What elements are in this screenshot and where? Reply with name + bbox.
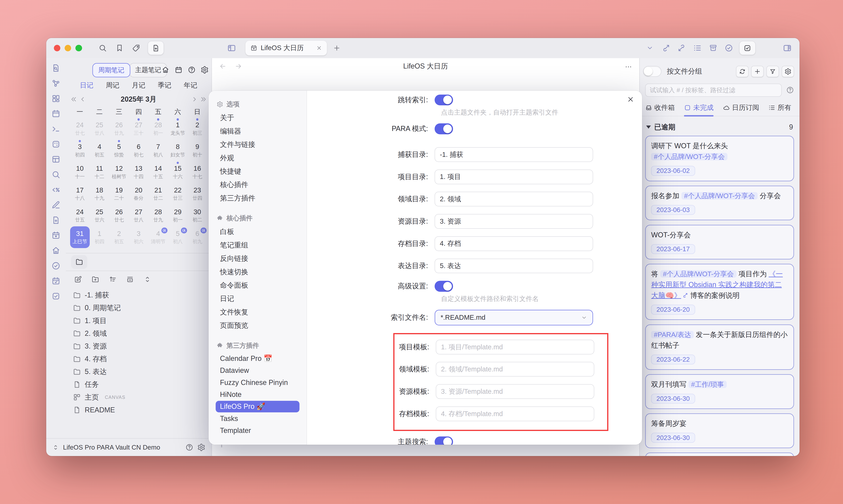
calendar-day[interactable]: 8妇女节 (168, 140, 187, 161)
tree-item[interactable]: 3. 资源 (66, 340, 212, 353)
mode-tab[interactable]: 周期笔记 (92, 63, 130, 77)
calendar-day[interactable]: 3初六 (129, 226, 148, 248)
calendar-day[interactable]: 1龙头节 (168, 118, 187, 140)
calendar-day[interactable]: 12植树节 (109, 161, 129, 183)
setting-input[interactable] (435, 214, 593, 229)
setting-input[interactable] (435, 236, 593, 251)
rail-calendar-check-icon[interactable] (51, 276, 60, 286)
calendar-day[interactable]: 2初五 (109, 226, 129, 248)
task-card[interactable]: 双月刊填写 #工作/琐事2023-06-30 (645, 374, 794, 409)
calendar-home-icon[interactable] (161, 66, 169, 74)
calendar-day[interactable]: 31上巳节 (70, 226, 90, 248)
period-tab[interactable]: 月记 (132, 81, 145, 93)
new-tab-icon[interactable] (333, 44, 341, 52)
calendar-day[interactable]: 23廿四 (187, 183, 207, 204)
calendar-day[interactable]: 9初十 (187, 140, 207, 161)
calendar-day[interactable]: 22廿三 (168, 183, 187, 204)
tag-pill[interactable]: #个人品牌/WOT-分享会 (660, 270, 737, 278)
setting-toggle[interactable] (435, 281, 453, 291)
task-tab-收件箱[interactable]: 收件箱 (645, 103, 675, 116)
tree-item[interactable]: 4. 存档 (66, 353, 212, 365)
calendar-day[interactable]: 14十五 (148, 161, 168, 183)
tree-item[interactable]: 1. 项目 (66, 314, 212, 327)
settings-nav-item[interactable]: 日记 (216, 292, 300, 305)
settings-nav-item[interactable]: 编辑器 (216, 125, 300, 138)
next-year-icon[interactable] (200, 96, 207, 103)
rail-code-icon[interactable] (51, 185, 60, 194)
calendar-day[interactable]: 24廿七 (70, 118, 90, 140)
settings-nav-item[interactable]: 反向链接 (216, 252, 300, 265)
settings-nav-item[interactable]: Tasks (216, 413, 300, 424)
tree-item[interactable]: 5. 表达 (66, 365, 212, 378)
settings-nav-item[interactable]: 核心插件 (216, 178, 300, 191)
rail-square-check-icon[interactable] (51, 291, 60, 301)
calendar-day[interactable]: 18十九 (90, 183, 109, 204)
period-tab[interactable]: 年记 (184, 81, 197, 93)
tab-lifeos-calendar[interactable]: LifeOS 大日历 (246, 41, 327, 55)
settings-nav-item[interactable]: 文件与链接 (216, 138, 300, 151)
left-sidebar-toggle-icon[interactable] (227, 43, 236, 53)
files-sort-icon[interactable] (109, 275, 117, 284)
calendar-day[interactable]: 19二十 (109, 183, 129, 204)
calendar-day[interactable]: 26廿九 (109, 118, 129, 140)
calendar-day[interactable]: 13十四 (129, 161, 148, 183)
setting-toggle[interactable] (435, 123, 453, 134)
settings-nav-item[interactable]: 文件恢复 (216, 306, 300, 319)
rail-terminal-icon[interactable] (51, 124, 60, 133)
setting-input[interactable] (435, 192, 593, 206)
template-path-input[interactable] (436, 340, 594, 355)
calendar-day[interactable]: 7初八 (148, 140, 168, 161)
task-card[interactable]: 筹备周岁宴2023-06-30 (645, 413, 794, 448)
next-month-icon[interactable] (191, 96, 198, 103)
calendar-day[interactable]: 3初四 (70, 140, 90, 161)
task-card[interactable]: #PARA/表达 发一条关于新版日历组件的小红书帖子2023-06-22 (645, 324, 794, 370)
template-path-input[interactable] (436, 362, 594, 377)
calendar-day[interactable]: 28初一 (148, 118, 168, 140)
due-date-badge[interactable]: 2023-06-02 (651, 166, 695, 176)
calendar-day[interactable]: 1初四 (90, 226, 109, 248)
right-gear-button[interactable] (782, 66, 794, 77)
task-tab-未完成[interactable]: 未完成 (684, 103, 714, 116)
setting-input[interactable] (435, 169, 593, 184)
task-card[interactable]: 调研下 WOT 是什么来头 #个人品牌/WOT-分享会2023-06-02 (645, 136, 794, 181)
tag-pill[interactable]: #个人品牌/WOT-分享会 (651, 153, 728, 160)
right-refresh-button[interactable] (736, 66, 749, 77)
calendar-day[interactable]: 21廿二 (148, 183, 168, 204)
rail-calendar-heart-icon[interactable] (51, 231, 60, 240)
tree-item[interactable]: 任务 (66, 378, 212, 391)
calendar-day[interactable]: 29初一 (168, 204, 187, 226)
rail-home-icon[interactable] (51, 246, 60, 255)
setting-toggle[interactable] (435, 94, 453, 105)
period-tab[interactable]: 周记 (106, 81, 119, 93)
calendar-day[interactable]: 4清明节休 (148, 226, 168, 248)
modal-close-icon[interactable] (627, 95, 634, 103)
check-circle-icon[interactable] (724, 44, 733, 52)
calendar-day[interactable]: 15十六 (168, 161, 187, 183)
search-icon[interactable] (98, 44, 107, 52)
settings-nav-item[interactable]: 白板 (216, 226, 300, 238)
settings-icon[interactable] (197, 443, 205, 451)
calendar-day[interactable]: 6初七 (129, 140, 148, 161)
tag-pill[interactable]: #个人品牌/WOT-分享会 (681, 192, 758, 199)
calendar-gear-icon[interactable] (201, 66, 209, 74)
settings-nav-item[interactable]: 快速切换 (216, 266, 300, 278)
task-tab-日历订阅[interactable]: 日历订阅 (723, 103, 759, 116)
files-edit-icon[interactable] (74, 275, 82, 284)
rail-layout-icon[interactable] (51, 155, 60, 164)
calendar-day[interactable]: 16十七 (187, 161, 207, 183)
tab-list-chevron-icon[interactable] (646, 44, 653, 52)
settings-nav-item[interactable]: Calendar Pro 📅 (216, 353, 300, 364)
files-folder-plus-icon[interactable] (91, 275, 100, 284)
settings-nav-item[interactable]: 关于 (216, 111, 300, 124)
calendar-calendar-icon[interactable] (175, 66, 183, 74)
template-path-input[interactable] (436, 407, 594, 421)
calendar-day[interactable]: 5惊蛰 (109, 140, 129, 161)
tree-item[interactable]: -1. 捕获 (66, 289, 212, 302)
settings-nav-item[interactable]: Fuzzy Chinese Pinyin (216, 377, 300, 388)
tree-item[interactable]: 主页CANVAS (66, 391, 212, 403)
calendar-day[interactable]: 5初八休 (168, 226, 187, 248)
files-updown-icon[interactable] (143, 275, 151, 284)
calendar-day[interactable]: 2初三 (187, 118, 207, 140)
calendar-day[interactable]: 20春分 (129, 183, 148, 204)
prev-year-icon[interactable] (70, 96, 77, 103)
